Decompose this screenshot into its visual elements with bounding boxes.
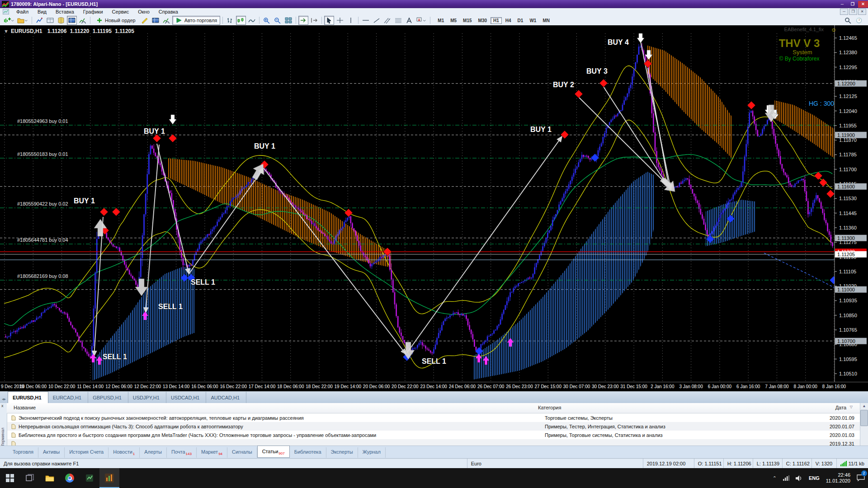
vertical-line-button[interactable] bbox=[346, 16, 356, 25]
language-indicator[interactable]: ENG bbox=[806, 468, 823, 488]
scroll-thumb[interactable] bbox=[860, 410, 868, 426]
market-watch-button[interactable] bbox=[34, 16, 44, 25]
expert-properties-button[interactable] bbox=[161, 16, 171, 25]
menu-item-view[interactable]: Вид bbox=[33, 9, 51, 15]
child-minimize-button[interactable]: ─ bbox=[840, 9, 848, 15]
close-button[interactable]: ✕ bbox=[858, 1, 868, 8]
child-restore-button[interactable]: ❐ bbox=[849, 9, 857, 15]
chart-tab-audcad[interactable]: AUDCAD,H1 bbox=[206, 392, 246, 403]
fibonacci-button[interactable] bbox=[393, 16, 403, 25]
app-button[interactable] bbox=[80, 468, 99, 488]
menu-item-window[interactable]: Окно bbox=[133, 9, 154, 15]
trendline-button[interactable] bbox=[372, 16, 382, 25]
metaeditor-button[interactable] bbox=[140, 16, 150, 25]
metatrader-button[interactable] bbox=[99, 468, 119, 488]
terminal-tab-history[interactable]: История Счета bbox=[65, 447, 108, 458]
terminal-close-icon[interactable]: x bbox=[1, 404, 4, 408]
network-icon[interactable] bbox=[780, 468, 793, 488]
terminal-button[interactable] bbox=[67, 16, 77, 25]
collapse-arrow-icon[interactable]: ▼ bbox=[4, 28, 9, 34]
table-row[interactable]: Библиотека для простого и быстрого созда… bbox=[7, 431, 860, 439]
file-explorer-button[interactable] bbox=[40, 468, 60, 488]
sort-icon[interactable]: ▽ bbox=[850, 405, 853, 409]
auto-scroll-button[interactable] bbox=[298, 16, 308, 25]
terminal-tab-experts[interactable]: Эксперты bbox=[326, 447, 358, 458]
chart-list-button[interactable] bbox=[151, 16, 160, 25]
chrome-button[interactable] bbox=[60, 468, 80, 488]
column-category[interactable]: Категория bbox=[538, 405, 561, 410]
terminal-tab-alerts[interactable]: Алерты bbox=[140, 447, 167, 458]
chart-tab-usdcad[interactable]: USDCAD,H1 bbox=[166, 392, 207, 403]
terminal-tab-library[interactable]: Библиотека bbox=[290, 447, 326, 458]
column-name[interactable]: Название bbox=[14, 405, 36, 410]
navigator-button[interactable] bbox=[56, 16, 66, 25]
timeframe-mn-button[interactable]: MN bbox=[540, 17, 552, 24]
tab-scroll-arrows[interactable]: ◂▸ bbox=[0, 397, 8, 403]
maximize-button[interactable]: ❐ bbox=[848, 1, 858, 8]
tray-expand-icon[interactable]: ⌃ bbox=[769, 468, 780, 488]
price-tick-label: 1.10510 bbox=[839, 371, 857, 376]
terminal-tab-journal[interactable]: Журнал bbox=[358, 447, 386, 458]
chart-tab-eurusd[interactable]: EURUSD,H1 bbox=[8, 391, 48, 403]
candlestick-chart-button[interactable] bbox=[236, 16, 246, 25]
chart-tab-eurcad[interactable]: EURCAD,H1 bbox=[48, 392, 89, 403]
terminal-tab-articles[interactable]: Статьи907 bbox=[257, 446, 290, 458]
profiles-button[interactable] bbox=[17, 16, 29, 25]
new-order-button[interactable]: Новый ордер bbox=[93, 16, 139, 25]
timeframe-h1-button[interactable]: H1 bbox=[491, 17, 502, 24]
data-window-button[interactable] bbox=[45, 16, 55, 25]
terminal-tab-news[interactable]: Новости1 bbox=[108, 447, 140, 458]
zoom-out-button[interactable] bbox=[273, 16, 283, 25]
autotrade-button[interactable]: Авто-торговля bbox=[172, 16, 221, 25]
chart-area[interactable]: #1805524963 buy 0.01#1805550183 buy 0.01… bbox=[0, 25, 868, 382]
new-chart-button[interactable] bbox=[3, 16, 16, 25]
minimize-button[interactable]: ─ bbox=[837, 1, 847, 8]
menu-item-insert[interactable]: Вставка bbox=[51, 9, 79, 15]
chart-tab-gbpusd[interactable]: GBPUSD,H1 bbox=[88, 392, 128, 403]
menu-item-charts[interactable]: Графики bbox=[79, 9, 108, 15]
search-button[interactable] bbox=[843, 16, 853, 25]
table-row[interactable]: Эконометрический подход к поиску рыночны… bbox=[7, 413, 860, 422]
timeframe-m5-button[interactable]: M5 bbox=[448, 17, 459, 24]
text-button[interactable] bbox=[404, 16, 414, 25]
tile-windows-button[interactable] bbox=[283, 16, 293, 25]
child-close-button[interactable]: ✕ bbox=[858, 9, 866, 15]
chart-tab-usdjpy[interactable]: USDJPY,H1 bbox=[128, 392, 166, 403]
crosshair-button[interactable] bbox=[335, 16, 345, 25]
speaker-icon[interactable] bbox=[793, 468, 806, 488]
start-button[interactable] bbox=[0, 468, 20, 488]
table-row[interactable]: Непрерывная скользящая оптимизация (Част… bbox=[7, 422, 860, 431]
zoom-in-button[interactable] bbox=[262, 16, 272, 25]
terminal-tab-trade[interactable]: Торговля bbox=[8, 447, 38, 458]
menu-item-service[interactable]: Сервис bbox=[108, 9, 134, 15]
chart-shift-button[interactable] bbox=[309, 16, 319, 25]
menu-item-file[interactable]: Файл bbox=[12, 9, 33, 15]
timeframe-m15-button[interactable]: M15 bbox=[460, 17, 474, 24]
bar-chart-button[interactable] bbox=[225, 16, 235, 25]
clock[interactable]: 22:46 11.01.2020 bbox=[823, 468, 854, 488]
timeframe-m30-button[interactable]: M30 bbox=[476, 17, 490, 24]
strategy-tester-button[interactable] bbox=[78, 16, 88, 25]
timeframe-m1-button[interactable]: M1 bbox=[435, 17, 447, 24]
horizontal-line-button[interactable] bbox=[361, 16, 371, 25]
notification-center[interactable]: 2 bbox=[854, 468, 868, 488]
timeframe-d1-button[interactable]: D1 bbox=[515, 17, 526, 24]
menu-item-help[interactable]: Справка bbox=[154, 9, 183, 15]
timeframe-w1-button[interactable]: W1 bbox=[527, 17, 539, 24]
arrows-button[interactable] bbox=[415, 16, 428, 25]
timeframe-h4-button[interactable]: H4 bbox=[503, 17, 514, 24]
channel-button[interactable] bbox=[382, 16, 392, 25]
line-chart-button[interactable] bbox=[247, 16, 257, 25]
task-view-button[interactable] bbox=[20, 468, 40, 488]
scroll-up-icon[interactable]: ▲ bbox=[860, 404, 868, 408]
toolbar-separator bbox=[321, 17, 322, 24]
price-tick-label: 1.11360 bbox=[839, 225, 857, 230]
cursor-button[interactable] bbox=[324, 16, 334, 25]
terminal-tab-signals[interactable]: Сигналы bbox=[227, 447, 257, 458]
time-axis[interactable]: 9 Dec 201910 Dec 06:0010 Dec 22:0011 Dec… bbox=[0, 382, 868, 392]
column-date[interactable]: Дата bbox=[835, 405, 846, 410]
terminal-tab-mail[interactable]: Почта143 bbox=[167, 447, 197, 458]
terminal-tab-market[interactable]: Маркет94 bbox=[197, 447, 227, 458]
terminal-tab-assets[interactable]: Активы bbox=[38, 447, 65, 458]
help-icon[interactable]: 🕐 bbox=[854, 16, 864, 25]
